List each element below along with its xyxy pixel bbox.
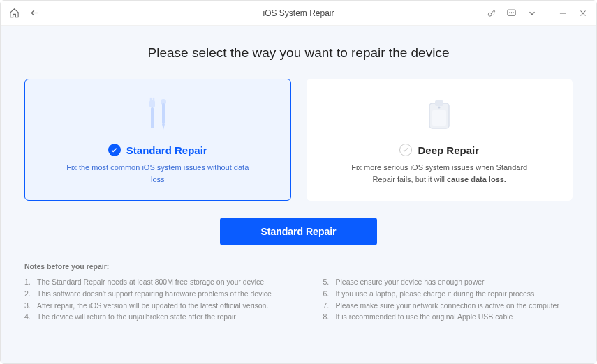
note-text: Please make sure your network connection… bbox=[336, 300, 559, 312]
notes-left-col: 1.The Standard Repair needs at least 800… bbox=[24, 276, 274, 323]
note-text: The device will return to the unjailbrok… bbox=[37, 311, 236, 323]
deep-desc-bold: cause data loss. bbox=[447, 175, 506, 183]
svg-rect-11 bbox=[435, 100, 443, 106]
device-icon bbox=[422, 92, 456, 139]
minimize-icon[interactable] bbox=[557, 8, 568, 18]
home-icon[interactable] bbox=[9, 8, 20, 18]
note-item: 1.The Standard Repair needs at least 800… bbox=[24, 276, 274, 288]
primary-action-button[interactable]: Standard Repair bbox=[220, 218, 376, 245]
notes-section: Notes before you repair: 1.The Standard … bbox=[24, 262, 573, 323]
svg-point-4 bbox=[513, 13, 514, 13]
deep-repair-card[interactable]: Deep Repair Fix more serious iOS system … bbox=[307, 79, 573, 201]
content-area: Please select the way you want to repair… bbox=[1, 26, 596, 363]
note-item: 4.The device will return to the unjailbr… bbox=[24, 311, 274, 323]
svg-rect-6 bbox=[151, 107, 154, 128]
svg-point-0 bbox=[488, 13, 492, 16]
close-icon[interactable] bbox=[577, 8, 588, 18]
svg-point-12 bbox=[438, 107, 441, 109]
app-window: iOS System Repair Please select the way … bbox=[0, 0, 597, 364]
standard-repair-card[interactable]: Standard Repair Fix the most common iOS … bbox=[24, 79, 291, 201]
note-item: 6.If you use a laptop, please charge it … bbox=[323, 288, 573, 300]
feedback-icon[interactable] bbox=[506, 8, 517, 18]
svg-rect-8 bbox=[162, 103, 165, 124]
standard-repair-title: Standard Repair bbox=[126, 144, 207, 156]
check-icon bbox=[399, 144, 412, 156]
card-title-row: Standard Repair bbox=[108, 144, 207, 156]
note-text: The Standard Repair needs at least 800M … bbox=[37, 276, 264, 288]
card-title-row: Deep Repair bbox=[399, 144, 479, 156]
note-text: Please ensure your device has enough pow… bbox=[336, 276, 485, 288]
standard-repair-desc: Fix the most common iOS system issues wi… bbox=[64, 162, 252, 185]
window-title: iOS System Repair bbox=[263, 8, 334, 18]
note-item: 5.Please ensure your device has enough p… bbox=[323, 276, 573, 288]
tools-icon bbox=[142, 92, 173, 139]
check-icon bbox=[108, 144, 121, 156]
note-text: This software doesn't support repairing … bbox=[37, 288, 272, 300]
svg-rect-5 bbox=[149, 100, 155, 107]
note-text: It is recommended to use the original Ap… bbox=[336, 311, 513, 323]
svg-point-3 bbox=[511, 13, 512, 13]
key-icon[interactable] bbox=[486, 8, 496, 18]
options-row: Standard Repair Fix the most common iOS … bbox=[24, 79, 573, 201]
titlebar-left bbox=[9, 8, 40, 18]
svg-rect-10 bbox=[432, 110, 446, 126]
notes-right-col: 5.Please ensure your device has enough p… bbox=[323, 276, 573, 323]
separator bbox=[547, 8, 547, 18]
deep-repair-desc: Fix more serious iOS system issues when … bbox=[345, 162, 533, 185]
titlebar-right bbox=[486, 8, 588, 18]
back-icon[interactable] bbox=[29, 8, 40, 18]
note-text: After repair, the iOS version will be up… bbox=[37, 300, 268, 312]
note-text: If you use a laptop, please charge it du… bbox=[336, 288, 535, 300]
deep-repair-title: Deep Repair bbox=[418, 144, 479, 156]
note-item: 2.This software doesn't support repairin… bbox=[24, 288, 274, 300]
notes-columns: 1.The Standard Repair needs at least 800… bbox=[24, 276, 573, 323]
note-item: 8.It is recommended to use the original … bbox=[323, 311, 573, 323]
titlebar: iOS System Repair bbox=[1, 1, 596, 26]
notes-heading: Notes before you repair: bbox=[24, 262, 573, 271]
note-item: 7.Please make sure your network connecti… bbox=[323, 300, 573, 312]
page-heading: Please select the way you want to repair… bbox=[148, 45, 450, 61]
chevron-down-icon[interactable] bbox=[526, 8, 537, 18]
note-item: 3.After repair, the iOS version will be … bbox=[24, 300, 274, 312]
svg-point-2 bbox=[510, 13, 510, 13]
